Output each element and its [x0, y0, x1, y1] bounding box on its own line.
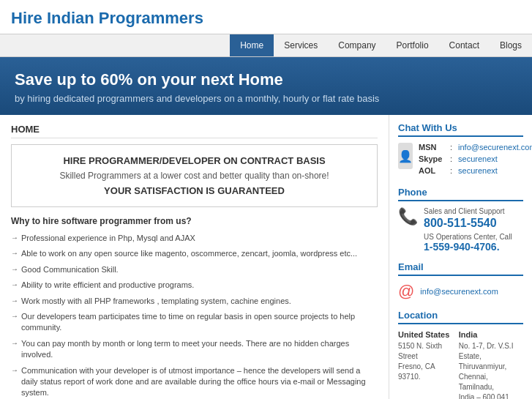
nav-item-blogs[interactable]: Blogs	[490, 34, 532, 56]
phone-row: 📞 Sales and Client Support 800-511-5540 …	[398, 207, 523, 253]
hero-subtext: by hiring dedicated programmers and deve…	[15, 93, 517, 104]
location-india-title: India	[459, 330, 523, 339]
chat-skype-row: Skype : securenext	[419, 154, 532, 163]
chat-msn-label: MSN	[419, 143, 444, 152]
section-title: HOME	[11, 124, 378, 138]
email-icon: @	[398, 282, 414, 301]
sidebar: Chat With Us 👤 MSN : info@securenext.com…	[389, 115, 532, 399]
hero-heading: Save up to 60% on your next Home	[15, 70, 517, 89]
us-ops-label: US Operations Center, Call	[424, 233, 523, 241]
list-item: Able to work on any open source like mag…	[11, 246, 378, 261]
list-item: You can pay month by month or long term …	[11, 336, 378, 363]
nav-item-company[interactable]: Company	[328, 34, 386, 56]
chat-msn-value[interactable]: info@securenext.com	[458, 143, 532, 152]
why-title: Why to hire software programmer from us?	[11, 216, 378, 226]
phone-details: Sales and Client Support 800-511-5540 US…	[424, 207, 523, 253]
site-title: Hire Indian Programmers	[11, 9, 521, 28]
location-title: Location	[398, 310, 523, 324]
nav-item-portfolio[interactable]: Portfolio	[386, 34, 439, 56]
nav-item-home[interactable]: Home	[230, 34, 274, 56]
chat-aol-row: AOL : securenext	[419, 166, 532, 175]
list-item: Ability to write efficient and productiv…	[11, 277, 378, 293]
email-value[interactable]: info@securenext.com	[420, 287, 498, 296]
chat-avatar-icon: 👤	[398, 143, 413, 169]
why-list: Professional experience in Php, Mysql an…	[11, 231, 378, 399]
chat-msn-row: MSN : info@securenext.com	[419, 143, 532, 152]
phone-title: Phone	[398, 187, 523, 201]
hero-banner: Save up to 60% on your next Home by hiri…	[0, 57, 532, 115]
why-section: Why to hire software programmer from us?…	[11, 216, 378, 399]
chat-skype-value: securenext	[458, 154, 498, 163]
hire-box-guarantee: YOUR SATISFACTION IS GUARANTEED	[22, 185, 367, 196]
list-item: Communication with your developer is of …	[11, 363, 378, 399]
chat-with-icon-row: 👤 MSN : info@securenext.com Skype : secu…	[398, 143, 523, 178]
hire-box: HIRE PROGRAMMER/DEVELOPER ON CONTRACT BA…	[11, 144, 378, 207]
email-section: Email @ info@securenext.com	[398, 261, 523, 301]
hire-box-subtitle: Skilled Programmers at a lower cost and …	[22, 171, 367, 181]
location-section: Location United States 5150 N. Sixth Str…	[398, 310, 523, 399]
list-item: Good Communication Skill.	[11, 262, 378, 277]
location-cols: United States 5150 N. Sixth StreetFresno…	[398, 330, 523, 399]
list-item: Professional experience in Php, Mysql an…	[11, 231, 378, 246]
header: Hire Indian Programmers	[0, 0, 532, 34]
chat-section: Chat With Us 👤 MSN : info@securenext.com…	[398, 122, 523, 178]
chat-details: MSN : info@securenext.com Skype : secure…	[419, 143, 532, 178]
list-item: Work mostly with all PHP frameworks , te…	[11, 294, 378, 309]
phone-number1[interactable]: 800-511-5540	[424, 217, 523, 230]
main-layout: HOME HIRE PROGRAMMER/DEVELOPER ON CONTRA…	[0, 115, 532, 399]
hire-box-title: HIRE PROGRAMMER/DEVELOPER ON CONTRACT BA…	[22, 155, 367, 166]
phone-icon: 📞	[398, 207, 418, 226]
chat-aol-label: AOL	[419, 166, 444, 175]
email-title: Email	[398, 261, 523, 276]
location-us-title: United States	[398, 330, 452, 339]
phone-section: Phone 📞 Sales and Client Support 800-511…	[398, 187, 523, 253]
location-india: India No. 1-7, Dr. V.S.I Estate,Thiruvan…	[459, 330, 523, 399]
chat-aol-value: securenext	[458, 166, 498, 175]
phone-sales-label: Sales and Client Support	[424, 207, 523, 215]
location-india-address: No. 1-7, Dr. V.S.I Estate,Thiruvanmiyur,…	[459, 341, 523, 399]
chat-skype-label: Skype	[419, 154, 444, 163]
location-us: United States 5150 N. Sixth StreetFresno…	[398, 330, 452, 399]
chat-title: Chat With Us	[398, 122, 523, 137]
nav-bar: Home Services Company Portfolio Contact …	[0, 34, 532, 57]
phone-number2[interactable]: 1-559-940-4706.	[424, 241, 523, 253]
nav-item-contact[interactable]: Contact	[439, 34, 490, 56]
nav-item-services[interactable]: Services	[274, 34, 328, 56]
email-row: @ info@securenext.com	[398, 282, 523, 301]
location-us-address: 5150 N. Sixth StreetFresno, CA 93710.	[398, 341, 452, 382]
main-content: HOME HIRE PROGRAMMER/DEVELOPER ON CONTRA…	[0, 115, 389, 399]
list-item: Our developers team participates time to…	[11, 309, 378, 336]
